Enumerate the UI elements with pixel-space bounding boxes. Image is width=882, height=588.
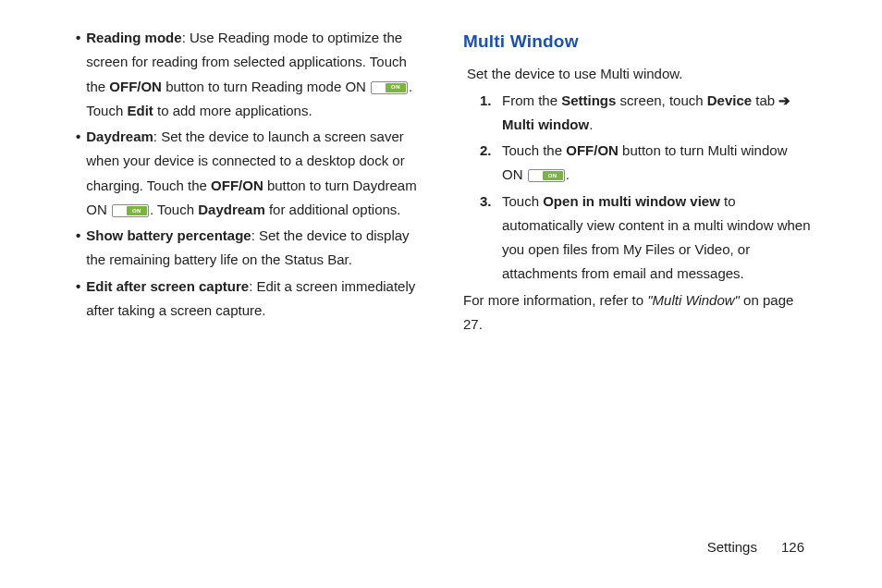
text-bold: Daydream [198,202,265,217]
bullet-title: Daydream [86,129,153,144]
bullet-body: Daydream: Set the device to launch a scr… [86,125,419,222]
step-number: 3. [480,190,502,287]
bullet-title: Edit after screen capture [86,278,249,294]
section-heading: Multi Window [463,26,812,56]
bullet-body: Edit after screen capture: Edit a screen… [86,275,419,324]
text: Touch the [502,142,566,158]
toggle-on-label: ON [127,206,147,215]
bullet-item-daydream: • Daydream: Set the device to launch a s… [70,125,419,222]
text-bold: Device [707,92,752,108]
bullet-item-reading-mode: • Reading mode: Use Reading mode to opti… [70,26,419,123]
text: tab [752,92,778,108]
text-bold: Open in multi window view [543,193,720,209]
text-bold: Edit [127,103,153,118]
numbered-list: 1. From the Settings screen, touch Devic… [463,89,812,287]
step-body: Touch the OFF/ON button to turn Multi wi… [502,139,812,188]
page-footer: Settings 126 [707,539,804,555]
arrow-right-icon: ➔ [778,92,790,108]
bullet-dot-icon: • [70,275,86,324]
text-bold: Settings [561,92,616,108]
step-1: 1. From the Settings screen, touch Devic… [463,89,812,138]
step-body: Touch Open in multi window view to autom… [502,190,812,287]
right-column: Multi Window Set the device to use Multi… [463,26,812,337]
text: button to turn Reading mode ON [162,79,370,94]
left-column: • Reading mode: Use Reading mode to opti… [70,26,419,337]
text: . [566,166,570,182]
text: to add more applications. [153,103,312,118]
text: Touch [502,193,543,209]
toggle-on-icon: ON [112,204,149,217]
text: screen, touch [616,92,706,108]
reference-link: "Multi Window" [647,292,740,308]
closing-text: For more information, refer to "Multi Wi… [463,288,812,337]
toggle-on-label: ON [543,171,563,180]
text-bold: OFF/ON [109,79,162,94]
toggle-on-icon: ON [371,81,408,94]
bullet-dot-icon: • [70,26,86,123]
page-columns: • Reading mode: Use Reading mode to opti… [70,26,812,337]
text-bold: Multi window [502,116,589,132]
bullet-item-battery: • Show battery percentage: Set the devic… [70,224,419,273]
bullet-item-edit-capture: • Edit after screen capture: Edit a scre… [70,275,419,324]
bullet-dot-icon: • [70,224,86,273]
text: . Touch [150,202,198,217]
intro-text: Set the device to use Multi window. [463,62,812,86]
text: For more information, refer to [463,292,647,308]
step-number: 1. [480,89,502,138]
footer-section: Settings [707,539,757,555]
bullet-title: Show battery percentage [86,227,251,243]
toggle-on-label: ON [386,83,406,92]
step-number: 2. [480,139,502,188]
text: From the [502,92,561,108]
bullet-body: Reading mode: Use Reading mode to optimi… [86,26,419,123]
footer-page-number: 126 [781,539,804,555]
text: . [589,116,593,132]
step-2: 2. Touch the OFF/ON button to turn Multi… [463,139,812,188]
text-bold: OFF/ON [211,178,263,193]
toggle-on-icon: ON [528,169,565,182]
text-bold: OFF/ON [566,142,619,158]
step-3: 3. Touch Open in multi window view to au… [463,190,812,287]
text: for additional options. [265,202,401,217]
bullet-body: Show battery percentage: Set the device … [86,224,419,273]
bullet-dot-icon: • [70,125,86,222]
bullet-title: Reading mode [86,30,181,45]
step-body: From the Settings screen, touch Device t… [502,89,812,138]
bullet-list: • Reading mode: Use Reading mode to opti… [70,26,419,323]
